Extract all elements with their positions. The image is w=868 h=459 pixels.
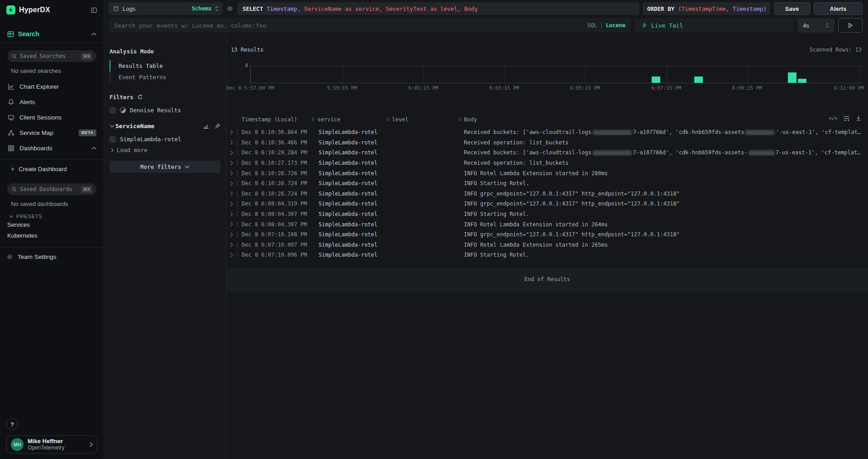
histogram-plot[interactable] [250,66,862,83]
log-row[interactable]: Dec 8 6:10:36.466 PMSimpleLambda-rotelRe… [226,138,868,148]
drag-handle-icon[interactable]: ⠿ [386,117,389,122]
expand-row-icon[interactable] [230,130,237,135]
log-row[interactable]: Dec 8 6:10:26.726 PMSimpleLambda-rotelIN… [226,168,868,178]
timestamp-cell: Dec 8 6:10:26.724 PM [242,180,311,186]
histogram-bar[interactable] [694,76,703,83]
column-header-body[interactable]: ⠿Body [458,116,868,123]
drag-handle-icon[interactable]: ⠿ [458,117,461,122]
expand-row-icon[interactable] [230,242,237,247]
histogram-bar[interactable] [798,79,806,83]
save-button[interactable]: Save [774,2,810,15]
sidebar-item-label: Chart Explorer [19,83,59,90]
log-row[interactable]: Dec 8 6:08:04.307 PMSimpleLambda-rotelIN… [226,219,868,230]
denoise-results-toggle[interactable]: Denoise Results [110,107,220,114]
log-row[interactable]: Dec 8 6:08:04.307 PMSimpleLambda-rotelIN… [226,209,868,220]
source-selector[interactable]: Logs Schema [109,2,223,15]
wrap-lines-icon[interactable] [843,115,850,121]
log-row[interactable]: Dec 8 6:07:10.108 PMSimpleLambda-rotelIN… [226,230,868,240]
expand-row-icon[interactable] [230,201,237,206]
play-button[interactable] [838,18,863,33]
scanned-rows: Scanned Rows: 13 [809,47,862,53]
live-tail-button[interactable]: Live Tail [634,18,794,33]
x-axis-tick-label: 5:59:15 PM [327,85,357,91]
histogram-bar[interactable] [652,76,660,83]
preset-item-services[interactable]: Services [0,219,104,230]
expand-row-icon[interactable] [230,161,237,166]
preset-item-kubernetes[interactable]: Kubernetes [0,230,104,241]
more-filters-button[interactable]: More filters [110,161,220,173]
chevron-up-icon[interactable] [91,147,96,150]
saved-searches-input[interactable]: Saved Searches ⌘K [7,50,96,62]
log-row[interactable]: Dec 8 6:10:36.864 PMSimpleLambda-rotelRe… [226,127,868,138]
histogram-bar[interactable] [788,72,796,83]
log-row[interactable]: Dec 8 6:10:29.284 PMSimpleLambda-rotelRe… [226,148,868,158]
sidebar-item-client-sessions[interactable]: Client Sessions [0,110,104,125]
redacted-text [593,150,632,156]
refresh-interval-select[interactable]: 4s [797,18,835,33]
select-updown-icon [825,23,829,28]
sidebar-item-team-settings[interactable]: Team Settings [0,249,104,265]
chevron-right-icon [90,442,93,447]
log-row[interactable]: Dec 8 6:10:26.724 PMSimpleLambda-rotelIN… [226,178,868,189]
expand-row-icon[interactable] [230,150,237,155]
expand-row-icon[interactable] [230,232,237,237]
analysis-mode-results-table[interactable]: Results Table [110,60,220,72]
analysis-mode-event-patterns[interactable]: Event Patterns [110,72,220,83]
level-indicator [237,211,242,217]
user-menu[interactable]: MH Mike Heffner OpenTelemetry [6,435,97,454]
analysis-mode-list: Results TableEvent Patterns [110,60,220,83]
presets-section-header[interactable]: PRESETS [9,214,96,219]
download-icon[interactable] [855,115,862,121]
bar-chart-icon[interactable] [203,123,209,129]
checkbox[interactable] [110,136,116,143]
sql-option[interactable]: SQL [587,22,597,29]
expand-row-icon[interactable] [230,222,237,227]
drag-handle-icon[interactable]: ⠿ [311,117,315,122]
sidebar-item-dashboards[interactable]: Dashboards [0,140,104,156]
column-header-level[interactable]: ⠿level [386,116,458,123]
divider [0,43,104,43]
schema-link[interactable]: Schema [192,5,211,12]
chevron-up-icon[interactable] [91,33,96,36]
expand-row-icon[interactable] [230,171,237,176]
service-cell: SimpleLambda-rotel [311,221,386,228]
log-row[interactable]: Dec 8 6:07:10.096 PMSimpleLambda-rotelIN… [226,250,868,260]
sidebar-item-service-map[interactable]: Service MapBETA [0,125,104,140]
load-more-button[interactable]: Load more [110,147,220,153]
order-by-input[interactable]: ORDER BY(TimestampTime, Timestamp) DESC [643,2,770,15]
refresh-icon[interactable] [137,94,143,100]
query-language-toggle[interactable]: SQL|Lucene [587,22,625,29]
sidebar-item-chart-explorer[interactable]: Chart Explorer [0,79,104,94]
expand-row-icon[interactable] [230,212,237,217]
alerts-button[interactable]: Alerts [814,2,863,15]
select-clause-input[interactable]: SELECTTimestamp, ServiceName as service,… [237,2,639,15]
log-row[interactable]: Dec 8 6:07:10.097 PMSimpleLambda-rotelIN… [226,240,868,250]
saved-dashboards-input[interactable]: Saved Dashboards ⌘K [7,183,96,195]
expand-row-icon[interactable] [230,140,237,145]
checkbox[interactable] [110,107,116,114]
body-cell: INFO Rotel Lambda Extension started in 2… [458,242,868,248]
expand-row-icon[interactable] [230,181,237,186]
log-row[interactable]: Dec 8 6:10:27.173 PMSimpleLambda-rotelRe… [226,158,868,168]
column-header-service[interactable]: ⠿service [311,116,386,123]
code-view-icon[interactable]: </> [829,115,838,121]
filter-value-simplelambda-rotel[interactable]: SimpleLambda-rotel [110,136,220,143]
collapse-sidebar-icon[interactable] [91,7,97,14]
create-dashboard-button[interactable]: + Create Dashboard [0,162,104,176]
sidebar-section-search[interactable]: Search [0,29,104,39]
pin-icon[interactable] [215,123,220,129]
no-saved-dashboards-text: No saved dashboards [11,201,96,207]
log-row[interactable]: Dec 8 6:08:04.319 PMSimpleLambda-rotelIN… [226,199,868,209]
database-icon [113,5,119,12]
log-row[interactable]: Dec 8 6:10:26.724 PMSimpleLambda-rotelIN… [226,189,868,199]
lucene-option[interactable]: Lucene [606,22,625,29]
expand-row-icon[interactable] [230,253,237,258]
filter-group-servicename[interactable]: ServiceName [110,123,220,129]
event-search-input[interactable]: Search your events w/ Lucene ex. column:… [109,18,631,33]
sidebar-item-alerts[interactable]: Alerts [0,94,104,110]
column-header-timestamp[interactable]: Timestamp (Local) [242,116,311,123]
gear-icon[interactable] [226,5,234,12]
help-button[interactable]: ? [6,418,18,430]
results-histogram[interactable]: 8 Dec 8 5:57:00 PM5:59:15 PM6:01:15 PM6:… [231,66,862,91]
expand-row-icon[interactable] [230,191,237,196]
